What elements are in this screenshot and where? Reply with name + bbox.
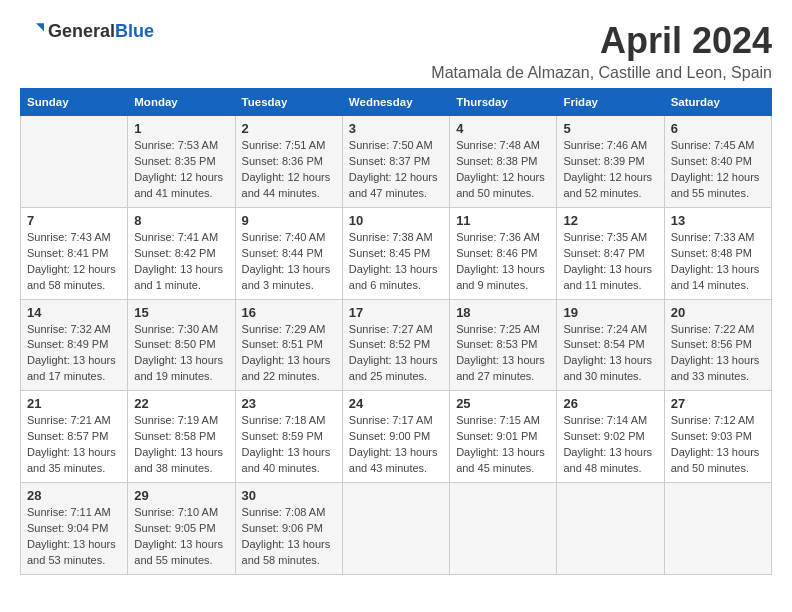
day-number: 29 (134, 488, 228, 503)
day-info: Sunrise: 7:27 AM Sunset: 8:52 PM Dayligh… (349, 322, 443, 386)
day-number: 30 (242, 488, 336, 503)
calendar-cell: 27Sunrise: 7:12 AM Sunset: 9:03 PM Dayli… (664, 391, 771, 483)
calendar-cell (21, 116, 128, 208)
day-number: 6 (671, 121, 765, 136)
week-row-2: 7Sunrise: 7:43 AM Sunset: 8:41 PM Daylig… (21, 207, 772, 299)
day-info: Sunrise: 7:22 AM Sunset: 8:56 PM Dayligh… (671, 322, 765, 386)
calendar-cell: 24Sunrise: 7:17 AM Sunset: 9:00 PM Dayli… (342, 391, 449, 483)
day-info: Sunrise: 7:46 AM Sunset: 8:39 PM Dayligh… (563, 138, 657, 202)
calendar-cell: 12Sunrise: 7:35 AM Sunset: 8:47 PM Dayli… (557, 207, 664, 299)
day-number: 24 (349, 396, 443, 411)
day-number: 17 (349, 305, 443, 320)
day-number: 23 (242, 396, 336, 411)
day-number: 21 (27, 396, 121, 411)
subtitle: Matamala de Almazan, Castille and Leon, … (431, 64, 772, 82)
day-info: Sunrise: 7:38 AM Sunset: 8:45 PM Dayligh… (349, 230, 443, 294)
day-number: 26 (563, 396, 657, 411)
header-cell-monday: Monday (128, 89, 235, 116)
day-info: Sunrise: 7:11 AM Sunset: 9:04 PM Dayligh… (27, 505, 121, 569)
day-number: 1 (134, 121, 228, 136)
day-info: Sunrise: 7:30 AM Sunset: 8:50 PM Dayligh… (134, 322, 228, 386)
day-info: Sunrise: 7:21 AM Sunset: 8:57 PM Dayligh… (27, 413, 121, 477)
calendar-cell: 8Sunrise: 7:41 AM Sunset: 8:42 PM Daylig… (128, 207, 235, 299)
day-number: 28 (27, 488, 121, 503)
header: GeneralBlue April 2024 Matamala de Almaz… (20, 20, 772, 82)
calendar-cell: 21Sunrise: 7:21 AM Sunset: 8:57 PM Dayli… (21, 391, 128, 483)
day-number: 4 (456, 121, 550, 136)
calendar-cell (450, 483, 557, 575)
calendar-cell: 11Sunrise: 7:36 AM Sunset: 8:46 PM Dayli… (450, 207, 557, 299)
day-number: 12 (563, 213, 657, 228)
day-number: 25 (456, 396, 550, 411)
day-number: 18 (456, 305, 550, 320)
calendar-cell: 7Sunrise: 7:43 AM Sunset: 8:41 PM Daylig… (21, 207, 128, 299)
calendar-cell: 26Sunrise: 7:14 AM Sunset: 9:02 PM Dayli… (557, 391, 664, 483)
day-info: Sunrise: 7:17 AM Sunset: 9:00 PM Dayligh… (349, 413, 443, 477)
calendar-cell: 29Sunrise: 7:10 AM Sunset: 9:05 PM Dayli… (128, 483, 235, 575)
header-cell-saturday: Saturday (664, 89, 771, 116)
day-number: 3 (349, 121, 443, 136)
day-number: 16 (242, 305, 336, 320)
title-area: April 2024 Matamala de Almazan, Castille… (431, 20, 772, 82)
day-info: Sunrise: 7:15 AM Sunset: 9:01 PM Dayligh… (456, 413, 550, 477)
day-info: Sunrise: 7:51 AM Sunset: 8:36 PM Dayligh… (242, 138, 336, 202)
calendar-cell: 6Sunrise: 7:45 AM Sunset: 8:40 PM Daylig… (664, 116, 771, 208)
day-info: Sunrise: 7:08 AM Sunset: 9:06 PM Dayligh… (242, 505, 336, 569)
logo-icon (20, 20, 44, 44)
calendar-cell: 22Sunrise: 7:19 AM Sunset: 8:58 PM Dayli… (128, 391, 235, 483)
calendar-cell: 1Sunrise: 7:53 AM Sunset: 8:35 PM Daylig… (128, 116, 235, 208)
header-cell-thursday: Thursday (450, 89, 557, 116)
calendar-cell: 15Sunrise: 7:30 AM Sunset: 8:50 PM Dayli… (128, 299, 235, 391)
calendar-cell: 18Sunrise: 7:25 AM Sunset: 8:53 PM Dayli… (450, 299, 557, 391)
day-number: 14 (27, 305, 121, 320)
day-info: Sunrise: 7:19 AM Sunset: 8:58 PM Dayligh… (134, 413, 228, 477)
calendar-cell: 5Sunrise: 7:46 AM Sunset: 8:39 PM Daylig… (557, 116, 664, 208)
day-info: Sunrise: 7:45 AM Sunset: 8:40 PM Dayligh… (671, 138, 765, 202)
calendar-body: 1Sunrise: 7:53 AM Sunset: 8:35 PM Daylig… (21, 116, 772, 575)
day-info: Sunrise: 7:29 AM Sunset: 8:51 PM Dayligh… (242, 322, 336, 386)
day-info: Sunrise: 7:14 AM Sunset: 9:02 PM Dayligh… (563, 413, 657, 477)
day-number: 5 (563, 121, 657, 136)
day-number: 2 (242, 121, 336, 136)
day-info: Sunrise: 7:25 AM Sunset: 8:53 PM Dayligh… (456, 322, 550, 386)
calendar-cell: 14Sunrise: 7:32 AM Sunset: 8:49 PM Dayli… (21, 299, 128, 391)
header-row: SundayMondayTuesdayWednesdayThursdayFrid… (21, 89, 772, 116)
day-info: Sunrise: 7:43 AM Sunset: 8:41 PM Dayligh… (27, 230, 121, 294)
calendar-header: SundayMondayTuesdayWednesdayThursdayFrid… (21, 89, 772, 116)
day-number: 11 (456, 213, 550, 228)
day-info: Sunrise: 7:10 AM Sunset: 9:05 PM Dayligh… (134, 505, 228, 569)
calendar-cell: 16Sunrise: 7:29 AM Sunset: 8:51 PM Dayli… (235, 299, 342, 391)
day-number: 9 (242, 213, 336, 228)
calendar-cell: 10Sunrise: 7:38 AM Sunset: 8:45 PM Dayli… (342, 207, 449, 299)
logo-general: GeneralBlue (48, 22, 154, 42)
calendar-cell: 3Sunrise: 7:50 AM Sunset: 8:37 PM Daylig… (342, 116, 449, 208)
calendar-cell: 17Sunrise: 7:27 AM Sunset: 8:52 PM Dayli… (342, 299, 449, 391)
day-number: 20 (671, 305, 765, 320)
day-info: Sunrise: 7:32 AM Sunset: 8:49 PM Dayligh… (27, 322, 121, 386)
calendar-cell: 2Sunrise: 7:51 AM Sunset: 8:36 PM Daylig… (235, 116, 342, 208)
day-number: 15 (134, 305, 228, 320)
calendar-cell: 4Sunrise: 7:48 AM Sunset: 8:38 PM Daylig… (450, 116, 557, 208)
week-row-1: 1Sunrise: 7:53 AM Sunset: 8:35 PM Daylig… (21, 116, 772, 208)
day-info: Sunrise: 7:50 AM Sunset: 8:37 PM Dayligh… (349, 138, 443, 202)
day-number: 8 (134, 213, 228, 228)
calendar-cell: 9Sunrise: 7:40 AM Sunset: 8:44 PM Daylig… (235, 207, 342, 299)
day-number: 27 (671, 396, 765, 411)
calendar-cell: 19Sunrise: 7:24 AM Sunset: 8:54 PM Dayli… (557, 299, 664, 391)
day-number: 10 (349, 213, 443, 228)
week-row-5: 28Sunrise: 7:11 AM Sunset: 9:04 PM Dayli… (21, 483, 772, 575)
day-info: Sunrise: 7:36 AM Sunset: 8:46 PM Dayligh… (456, 230, 550, 294)
week-row-3: 14Sunrise: 7:32 AM Sunset: 8:49 PM Dayli… (21, 299, 772, 391)
calendar-cell: 20Sunrise: 7:22 AM Sunset: 8:56 PM Dayli… (664, 299, 771, 391)
main-title: April 2024 (431, 20, 772, 62)
calendar-cell: 25Sunrise: 7:15 AM Sunset: 9:01 PM Dayli… (450, 391, 557, 483)
header-cell-friday: Friday (557, 89, 664, 116)
header-cell-tuesday: Tuesday (235, 89, 342, 116)
week-row-4: 21Sunrise: 7:21 AM Sunset: 8:57 PM Dayli… (21, 391, 772, 483)
day-info: Sunrise: 7:53 AM Sunset: 8:35 PM Dayligh… (134, 138, 228, 202)
calendar-cell (557, 483, 664, 575)
day-info: Sunrise: 7:48 AM Sunset: 8:38 PM Dayligh… (456, 138, 550, 202)
day-number: 22 (134, 396, 228, 411)
day-number: 7 (27, 213, 121, 228)
day-number: 19 (563, 305, 657, 320)
